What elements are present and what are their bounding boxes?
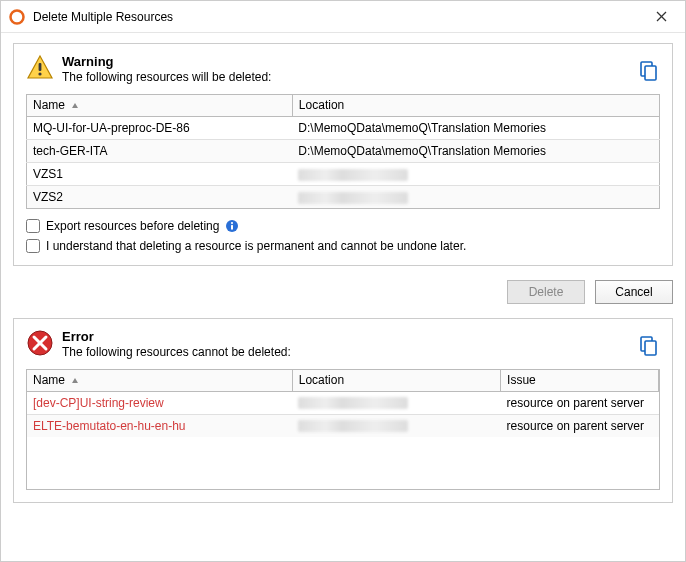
cell-name: VZS1 bbox=[27, 162, 293, 185]
table-row[interactable]: VZS1 bbox=[27, 162, 660, 185]
svg-rect-11 bbox=[231, 225, 233, 230]
redacted-text bbox=[298, 192, 408, 204]
error-icon bbox=[26, 329, 54, 357]
cell-location bbox=[292, 185, 659, 208]
delete-button[interactable]: Delete bbox=[507, 280, 585, 304]
svg-point-5 bbox=[38, 72, 41, 75]
cell-location bbox=[292, 391, 500, 414]
warning-subtext: The following resources will be deleted: bbox=[62, 70, 271, 84]
column-header-location[interactable]: Location bbox=[292, 95, 659, 117]
cell-location bbox=[292, 162, 659, 185]
warning-panel: Warning The following resources will be … bbox=[13, 43, 673, 266]
svg-rect-16 bbox=[645, 341, 656, 355]
svg-rect-7 bbox=[645, 66, 656, 80]
close-icon bbox=[656, 11, 667, 22]
column-header-name[interactable]: Name bbox=[27, 370, 292, 391]
column-header-name[interactable]: Name bbox=[27, 95, 293, 117]
svg-marker-17 bbox=[72, 378, 78, 383]
export-checkbox[interactable] bbox=[26, 219, 40, 233]
warning-heading: Warning bbox=[62, 54, 271, 69]
sort-asc-icon bbox=[71, 99, 79, 113]
copy-button[interactable] bbox=[638, 335, 660, 357]
table-row[interactable]: tech-GER-ITAD:\MemoQData\memoQ\Translati… bbox=[27, 139, 660, 162]
error-subtext: The following resources cannot be delete… bbox=[62, 345, 291, 359]
export-checkbox-row: Export resources before deleting bbox=[26, 219, 660, 233]
table-empty-area bbox=[27, 437, 659, 489]
cell-name: ELTE-bemutato-en-hu-en-hu bbox=[27, 414, 292, 437]
redacted-text bbox=[298, 169, 408, 181]
error-table: Name Location Issue [dev-CP]UI-s bbox=[27, 370, 659, 437]
confirm-checkbox-row: I understand that deleting a resource is… bbox=[26, 239, 660, 253]
svg-point-10 bbox=[231, 222, 233, 224]
cell-name: tech-GER-ITA bbox=[27, 139, 293, 162]
copy-icon bbox=[638, 60, 658, 82]
button-row: Delete Cancel bbox=[13, 280, 673, 304]
column-header-issue[interactable]: Issue bbox=[501, 370, 659, 391]
svg-marker-8 bbox=[72, 103, 78, 108]
table-row[interactable]: ELTE-bemutato-en-hu-en-huresource on par… bbox=[27, 414, 659, 437]
info-icon[interactable] bbox=[225, 219, 239, 233]
sort-asc-icon bbox=[71, 374, 79, 388]
svg-rect-4 bbox=[39, 63, 42, 71]
table-row[interactable]: MQ-UI-for-UA-preproc-DE-86D:\MemoQData\m… bbox=[27, 116, 660, 139]
copy-button[interactable] bbox=[638, 60, 660, 82]
window-title: Delete Multiple Resources bbox=[33, 10, 645, 24]
cell-location bbox=[292, 414, 500, 437]
cell-name: MQ-UI-for-UA-preproc-DE-86 bbox=[27, 116, 293, 139]
close-button[interactable] bbox=[645, 3, 677, 31]
svg-point-0 bbox=[11, 10, 24, 23]
titlebar: Delete Multiple Resources bbox=[1, 1, 685, 33]
confirm-checkbox[interactable] bbox=[26, 239, 40, 253]
copy-icon bbox=[638, 335, 658, 357]
error-heading: Error bbox=[62, 329, 291, 344]
cell-name: [dev-CP]UI-string-review bbox=[27, 391, 292, 414]
table-row[interactable]: [dev-CP]UI-string-reviewresource on pare… bbox=[27, 391, 659, 414]
cancel-button[interactable]: Cancel bbox=[595, 280, 673, 304]
app-icon bbox=[9, 9, 25, 25]
redacted-text bbox=[298, 397, 408, 409]
error-panel: Error The following resources cannot be … bbox=[13, 318, 673, 503]
cell-name: VZS2 bbox=[27, 185, 293, 208]
export-checkbox-label: Export resources before deleting bbox=[46, 219, 219, 233]
confirm-checkbox-label: I understand that deleting a resource is… bbox=[46, 239, 466, 253]
cell-location: D:\MemoQData\memoQ\Translation Memories bbox=[292, 116, 659, 139]
warning-icon bbox=[26, 54, 54, 82]
table-row[interactable]: VZS2 bbox=[27, 185, 660, 208]
cell-issue: resource on parent server bbox=[501, 391, 659, 414]
cell-location: D:\MemoQData\memoQ\Translation Memories bbox=[292, 139, 659, 162]
column-header-location[interactable]: Location bbox=[292, 370, 500, 391]
redacted-text bbox=[298, 420, 408, 432]
warning-table: Name Location MQ-UI-for-UA-preproc-DE-86… bbox=[26, 94, 660, 209]
cell-issue: resource on parent server bbox=[501, 414, 659, 437]
